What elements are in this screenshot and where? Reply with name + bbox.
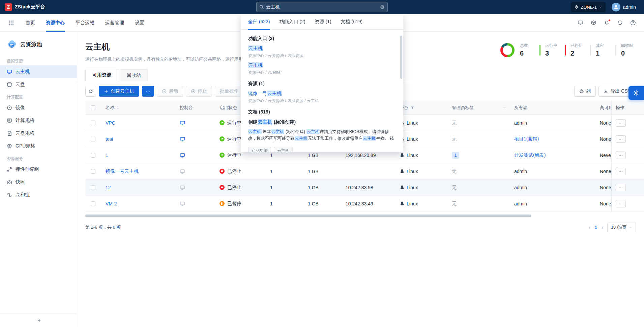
admin-tag-cell: 无 — [448, 115, 510, 131]
vm-name-link[interactable]: 镜像一号云主机 — [106, 168, 139, 174]
owner-link[interactable]: 项目1(营销) — [514, 136, 539, 142]
tab-recycle-bin[interactable]: 回收站 — [120, 69, 148, 81]
row-checkbox-cell — [85, 163, 101, 179]
col-header-name[interactable]: 名称 — [101, 101, 176, 115]
sync-icon[interactable] — [617, 20, 623, 26]
row-actions-button[interactable]: ··· — [616, 200, 626, 207]
row-actions-button[interactable]: ··· — [616, 152, 626, 159]
owner-link[interactable]: 开发测试(研发) — [514, 152, 546, 158]
search-section-title: 文档 (619) — [248, 109, 396, 115]
sidebar-item-snapshot[interactable]: 快照 — [0, 176, 77, 189]
console-icon[interactable] — [180, 153, 185, 158]
sidebar-item-instance-offering[interactable]: 计算规格 — [0, 114, 77, 127]
sidebar-item-image[interactable]: 镜像 — [0, 101, 77, 114]
create-vm-button[interactable]: 创建云主机 — [99, 86, 139, 97]
clear-search-icon[interactable] — [380, 5, 385, 9]
nav-item-platform-ops[interactable]: 平台运维 — [76, 14, 94, 32]
vm-name-cell: 12 — [101, 179, 176, 195]
search-tab-all[interactable]: 全部 (622) — [248, 14, 270, 30]
sidebar-item-gpu-offering[interactable]: GPU规格 — [0, 140, 77, 153]
user-menu[interactable]: admin — [612, 3, 636, 11]
sidebar-item-vm[interactable]: 云主机 — [0, 65, 77, 78]
row-checkbox[interactable] — [91, 185, 95, 190]
nav-item-resource-center[interactable]: 资源中心 — [46, 14, 65, 32]
filter-icon[interactable] — [410, 106, 414, 110]
vm-name-link[interactable]: test — [106, 136, 113, 142]
vm-name-cell: VM-2 — [101, 196, 176, 211]
refresh-button[interactable] — [85, 86, 96, 97]
help-icon[interactable] — [630, 20, 636, 26]
panel-scrollbar-thumb[interactable] — [400, 36, 402, 79]
sort-carets-icon[interactable] — [116, 106, 120, 109]
search-results-panel: 全部 (622)功能入口 (2)资源 (1)文档 (619) 功能入口 (2)云… — [241, 14, 403, 152]
row-actions-button[interactable]: ··· — [616, 119, 626, 127]
current-page[interactable]: 1 — [594, 225, 597, 230]
col-header-platform[interactable]: 平台 — [396, 101, 448, 115]
page-description: 运行在物理机上的虚拟机实例，具有独立的IP地址，可以访问公共网络，运行应用服务 — [85, 56, 252, 62]
search-result-title[interactable]: 云主机 — [248, 62, 396, 68]
col-header-label: 高可用 — [600, 105, 611, 111]
doc-tag[interactable]: 产品功能 — [248, 147, 271, 152]
row-actions-button[interactable]: ··· — [616, 135, 626, 143]
vm-name-link[interactable]: VPC — [106, 120, 115, 126]
doc-tag[interactable]: 云主机 — [274, 147, 293, 152]
row-checkbox[interactable] — [91, 169, 95, 174]
stat-label: 回收站 — [621, 43, 636, 48]
page-size-select[interactable]: 10 条/页 — [607, 223, 636, 232]
stop-icon — [191, 89, 196, 94]
row-checkbox[interactable] — [91, 201, 95, 206]
apps-grid-icon[interactable] — [8, 20, 14, 26]
status-running-icon — [219, 153, 225, 158]
search-result-item[interactable]: 镜像一号云主机资源中心 / 云资源池 / 虚拟资源 / 云主机 — [248, 91, 396, 104]
nav-item-home[interactable]: 首页 — [26, 14, 35, 32]
row-checkbox[interactable] — [91, 121, 95, 125]
start-button[interactable]: 启动 — [157, 86, 183, 97]
search-result-item[interactable]: 云主机资源中心 / vCenter — [248, 62, 396, 75]
sidebar-item-autoscaling-group[interactable]: 弹性伸缩组 — [0, 163, 77, 176]
tag-chip[interactable]: 1 — [452, 152, 459, 159]
search-tab-docs[interactable]: 文档 (619) — [341, 14, 363, 30]
row-actions-button[interactable]: ··· — [616, 184, 626, 191]
more-actions-button[interactable]: ··· — [142, 86, 154, 97]
console-screen-icon[interactable] — [578, 20, 583, 26]
tab-available[interactable]: 可用资源 — [85, 69, 118, 81]
nav-item-operations[interactable]: 运营管理 — [105, 14, 124, 32]
stop-button[interactable]: 停止 — [186, 86, 212, 97]
console-icon[interactable] — [180, 136, 185, 142]
doc-result-title[interactable]: 创建云主机 (标准创建) — [248, 119, 396, 125]
search-tab-entries[interactable]: 功能入口 (2) — [280, 14, 305, 30]
horizontal-scrollbar[interactable] — [85, 215, 636, 217]
row-checkbox[interactable] — [91, 137, 95, 141]
next-page-button[interactable]: › — [601, 224, 603, 230]
nav-item-settings[interactable]: 设置 — [135, 14, 144, 32]
global-search-box[interactable] — [256, 2, 388, 12]
notifications-icon[interactable] — [604, 20, 610, 26]
col-header-label: 控制台 — [180, 105, 193, 111]
select-all-checkbox[interactable] — [91, 105, 95, 110]
scrollbar-thumb[interactable] — [85, 215, 531, 217]
sidebar-item-volume[interactable]: 云盘 — [0, 78, 77, 91]
widget-settings-button[interactable] — [628, 86, 644, 100]
console-icon[interactable] — [180, 120, 185, 126]
sidebar-item-volume-offering[interactable]: 云盘规格 — [0, 127, 77, 140]
search-result-title[interactable]: 镜像一号云主机 — [248, 91, 396, 97]
search-result-item[interactable]: 云主机资源中心 / 云资源池 / 虚拟资源 — [248, 45, 396, 59]
search-result-title[interactable]: 云主机 — [248, 45, 396, 52]
col-header-owner: 所有者 — [510, 101, 596, 115]
search-tab-resources[interactable]: 资源 (1) — [315, 14, 331, 30]
columns-button[interactable]: 列 — [574, 86, 596, 97]
col-header-check[interactable] — [85, 101, 101, 115]
row-actions-button[interactable]: ··· — [616, 168, 626, 175]
search-input[interactable] — [266, 5, 378, 10]
chevron-down-icon[interactable] — [503, 106, 506, 109]
toolbox-icon[interactable] — [591, 20, 596, 26]
sidebar-item-affinity-group[interactable]: 亲和组 — [0, 189, 77, 201]
collapse-sidebar-icon[interactable] — [36, 318, 41, 323]
refresh-icon — [88, 89, 93, 94]
vm-name-link[interactable]: VM-2 — [106, 201, 117, 206]
vm-name-link[interactable]: 1 — [106, 153, 108, 158]
zone-selector[interactable]: ZONE-1 — [571, 2, 606, 12]
row-checkbox[interactable] — [91, 153, 95, 158]
prev-page-button[interactable]: ‹ — [588, 224, 590, 230]
vm-name-link[interactable]: 12 — [106, 185, 111, 190]
